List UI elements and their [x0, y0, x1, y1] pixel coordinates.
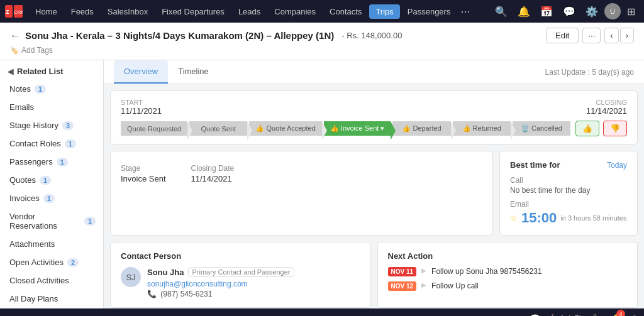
chat-bottom-icon[interactable]: 💬 [530, 313, 540, 316]
action-text-2: Follow Up call [431, 281, 479, 290]
sidebar-toggle-icon[interactable]: ◀ [8, 67, 13, 76]
call-label: Call [510, 176, 627, 185]
tab-timeline[interactable]: Timeline [168, 60, 219, 84]
last-update: Last Update : 5 day(s) ago [545, 62, 634, 83]
sidebar-item-contact-roles[interactable]: Contact Roles 1 [0, 134, 103, 153]
pipeline-section: START 11/11/2021 CLOSING 11/14/2021 Quot… [110, 90, 638, 144]
nav-icons: 🔍 🔔 📅 💬 ⚙️ U ⊞ [491, 3, 639, 20]
stages-wrapper: Quote Requested Quote Sent 👍 Quote Accep… [121, 121, 627, 136]
sidebar-title: Related List [17, 67, 64, 76]
sidebar-item-notes[interactable]: Notes 1 [0, 80, 103, 98]
nav-trips[interactable]: Trips [369, 4, 399, 19]
action-text-1: Follow up Sonu Jha 9875456231 [431, 267, 541, 276]
record-title: Sonu Jha - Kerala – 3 Nights/4 Days Kuma… [25, 30, 334, 41]
back-button[interactable]: ← [10, 30, 20, 41]
sidebar-item-all-day-plans[interactable]: All Day Plans [0, 290, 103, 308]
contact-card: Contact Person SJ Sonu Jha Primary Conta… [110, 242, 371, 308]
tab-overview[interactable]: Overview [114, 60, 168, 84]
sidebar-item-label: Stage History [9, 121, 58, 130]
bottom-icons: 💬 🤖 Ask Zia 📞 🔔 4 ↺ [530, 313, 636, 316]
tabs: Overview Timeline [114, 60, 219, 84]
sidebar-item-emails[interactable]: Emails [0, 98, 103, 116]
notification-wrapper: 🔔 4 [611, 313, 621, 316]
best-time-title: Best time for [510, 160, 560, 170]
phone-bottom-icon[interactable]: 📞 [592, 313, 603, 316]
nav-salesinbox[interactable]: SalesInbox [101, 4, 154, 19]
stage-cancelled[interactable]: 🗑️ Cancelled [513, 121, 570, 136]
phone-icon: 📞 [147, 290, 157, 298]
sidebar-item-label: Open Activities [9, 258, 64, 267]
stage-quote-requested[interactable]: Quote Requested [121, 121, 187, 136]
nav-contacts[interactable]: Contacts [323, 4, 368, 19]
cards-row: Stage Invoice Sent Closing Date 11/14/20… [110, 151, 638, 236]
action-item-1: NOV 11 ▶ Follow up Sonu Jha 9875456231 [388, 267, 628, 276]
svg-text:Z: Z [6, 9, 9, 15]
sidebar-item-invoices[interactable]: Invoices 1 [0, 189, 103, 207]
tab-bar: Overview Timeline Last Update : 5 day(s)… [104, 60, 644, 84]
vendor-badge: 1 [84, 217, 96, 226]
nav-fixed-departures[interactable]: Fixed Departures [155, 4, 231, 19]
contact-name: Sonu Jha [147, 268, 184, 277]
pipeline-good-button[interactable]: 👍 [575, 121, 599, 136]
sidebar-item-label: Passengers [9, 157, 53, 166]
email-time-subtext: in 3 hours 58 minutes [560, 214, 626, 222]
contact-avatar: SJ [121, 267, 141, 287]
sidebar-header: ◀ Related List [0, 60, 103, 80]
nav-more[interactable]: ··· [458, 5, 472, 18]
action-badge-2: NOV 12 [388, 281, 417, 291]
sidebar-item-label: Notes [9, 84, 31, 94]
add-tags-link[interactable]: Add Tags [21, 46, 53, 55]
stage-invoice-sent[interactable]: 👍 Invoice Sent ▾ [324, 121, 391, 136]
sidebar-item-label: Emails [9, 102, 34, 112]
today-button[interactable]: Today [607, 161, 627, 170]
quotes-badge: 1 [40, 176, 51, 185]
sidebar-item-attachments[interactable]: Attachments [0, 235, 103, 253]
contact-title: Contact Person [121, 251, 360, 261]
stage-history-badge: 3 [62, 121, 74, 130]
sidebar: ◀ Related List Notes 1 Emails Stage Hist… [0, 60, 104, 308]
search-icon[interactable]: 🔍 [491, 3, 511, 20]
contact-roles-badge: 1 [65, 139, 76, 148]
sidebar-item-passengers[interactable]: Passengers 1 [0, 153, 103, 171]
sidebar-item-vendor-reservations[interactable]: Vendor Reservations 1 [0, 207, 103, 235]
nav-companies[interactable]: Companies [268, 4, 322, 19]
nav-home[interactable]: Home [29, 4, 64, 19]
sidebar-item-stage-history[interactable]: Stage History 3 [0, 116, 103, 134]
prev-record-button[interactable]: ‹ [604, 28, 618, 43]
email-time-value: 15:00 [521, 210, 557, 226]
stage-departed[interactable]: 👍 Departed [392, 121, 450, 136]
more-options-button[interactable]: ··· [582, 28, 601, 43]
closing-date: 11/14/2021 [586, 106, 627, 116]
deal-info-card: Stage Invoice Sent Closing Date 11/14/20… [110, 151, 493, 236]
sidebar-item-label: Quotes [9, 175, 36, 185]
email-label: Email [510, 200, 627, 209]
sidebar-item-label: Contact Roles [9, 139, 61, 148]
next-record-button[interactable]: › [620, 28, 634, 43]
sidebar-item-open-activities[interactable]: Open Activities 2 [0, 253, 103, 271]
nav-leads[interactable]: Leads [232, 4, 267, 19]
stage-quote-accepted[interactable]: 👍 Quote Accepted [249, 121, 321, 136]
contact-email[interactable]: sonujha@glionconsulting.com [147, 280, 294, 288]
logo[interactable]: Z CRM [5, 5, 23, 18]
stage-quote-sent[interactable]: Quote Sent [189, 121, 247, 136]
sidebar-item-label: All Day Plans [9, 294, 58, 303]
passengers-badge: 1 [57, 158, 68, 166]
sidebar-item-closed-activities[interactable]: Closed Activities [0, 271, 103, 290]
nav-feeds[interactable]: Feeds [65, 4, 100, 19]
avatar[interactable]: U [604, 3, 621, 19]
sidebar-item-quotes[interactable]: Quotes 1 [0, 171, 103, 189]
star-icon: ☆ [510, 214, 518, 223]
edit-button[interactable]: Edit [546, 28, 579, 43]
calendar-icon[interactable]: 📅 [536, 3, 557, 20]
chat-icon[interactable]: 💬 [559, 3, 579, 20]
settings-icon[interactable]: ⚙️ [582, 3, 602, 20]
next-action-card: Next Action NOV 11 ▶ Follow up Sonu Jha … [377, 242, 638, 308]
pipeline-bad-button[interactable]: 👎 [603, 121, 627, 136]
grid-icon[interactable]: ⊞ [623, 3, 639, 20]
sidebar-item-zoho-survey[interactable]: Zoho Survey [0, 308, 103, 308]
stage-returned[interactable]: 👍 Returned [453, 121, 511, 136]
nav-passengers[interactable]: Passengers [401, 4, 457, 19]
bell-icon[interactable]: 🔔 [514, 3, 534, 20]
invoices-badge: 1 [43, 194, 55, 203]
refresh-icon[interactable]: ↺ [629, 313, 636, 316]
